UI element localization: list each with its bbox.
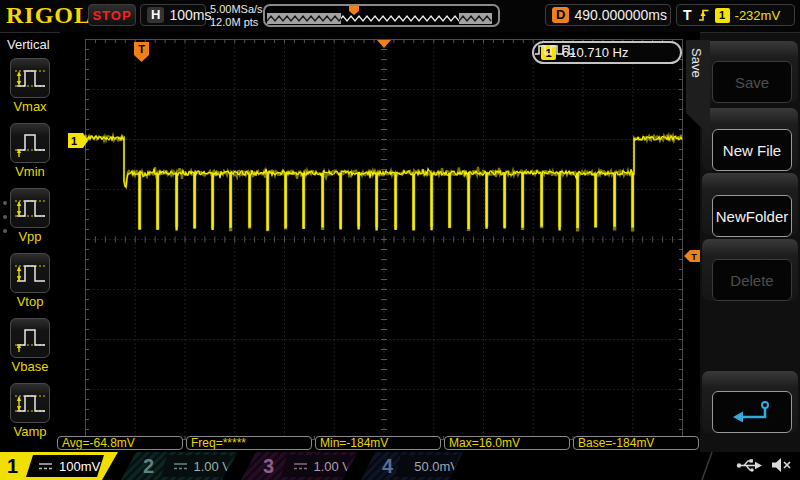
delay-value: 490.000000ms [574,7,667,23]
save-button[interactable]: Save [712,61,792,103]
speaker-muted-icon [771,457,792,473]
softkey-menu: Save New File NewFolder Delete [700,32,800,453]
trigger-label: T [683,7,692,23]
channel3-scale: 1.00 V [313,459,351,474]
sidebar-item-label: Vmin [0,164,60,179]
svg-text:T: T [691,252,697,262]
sidebar-item-label: Vtop [0,294,60,309]
measure-freq: Freq=***** [186,436,312,450]
frequency-counter: 1 610.710 Hz [532,41,682,64]
return-arrow-icon [729,399,775,425]
svg-text:1: 1 [71,135,77,147]
channel1-status[interactable]: 1 100mV [0,452,118,480]
new-file-button[interactable]: New File [712,129,792,171]
trigger-source-badge: 1 [715,8,730,23]
measurement-results-bar: Avg=-64.8mV Freq=***** Min=-184mV Max=16… [57,436,703,451]
new-folder-button[interactable]: NewFolder [712,195,792,237]
back-button[interactable] [712,391,792,433]
sample-rate: 5.00MSa/s [210,3,263,16]
menu-tab-label: Save [689,48,704,78]
top-status-bar: RIGOL STOP H 100ms 5.00MSa/s 12.0M pts D… [0,0,800,33]
sidebar-item-label: Vamp [0,424,60,439]
oscilloscope-screen: { "top_bar": { "logo": "RIGOL", "run_sta… [0,0,800,480]
dc-coupling-icon [293,461,307,471]
menu-page-dots [3,201,7,243]
measure-max: Max=16.0mV [444,436,570,450]
waveform-display-area: T 1 T 1 610.710 Hz [60,32,700,452]
channel1-offset-marker[interactable]: 1 [68,133,88,148]
memory-waveform-preview [265,6,494,25]
vtop-icon [10,253,50,293]
channel1-number: 1 [7,455,18,477]
horizontal-scale-value: 100ms [169,7,211,23]
run-state-indicator: STOP [88,4,136,26]
run-state-label: STOP [92,8,131,23]
vmax-icon [10,58,50,98]
svg-text:T: T [138,43,145,55]
memory-depth: 12.0M pts [210,16,263,29]
square-wave-icon [534,43,576,57]
channel4-status[interactable]: 4 50.0mV [361,452,463,480]
trigger-level-marker[interactable]: T [684,250,700,262]
sidebar-item-label: Vpp [0,229,60,244]
horizontal-delay-box[interactable]: D 490.000000ms [545,4,671,26]
horizontal-scale-box[interactable]: H 100ms [140,4,206,26]
dc-coupling-icon [38,461,53,471]
channel2-status[interactable]: 2 1.00 V [121,452,238,480]
memory-position-bar [263,4,500,27]
channel4-scale-box: 50.0mV [395,455,459,477]
channel4-number: 4 [382,455,393,477]
vbase-icon [10,318,50,358]
vpp-icon [10,188,50,228]
usb-icon [736,458,763,473]
sidebar-item-label: Vbase [0,359,60,374]
measure-base: Base=-184mV [573,436,699,450]
dc-coupling-icon [407,461,408,471]
delay-label: D [552,7,569,23]
channel4-scale: 50.0mV [414,459,459,474]
sidebar-item-vpp[interactable]: Vpp [0,188,60,244]
sidebar-item-vtop[interactable]: Vtop [0,253,60,309]
channel-status-bar: 1 100mV 2 1.00 V 3 [0,452,800,480]
measure-sidebar: Vertical Vmax Vmin [0,32,61,453]
dc-coupling-icon [173,461,187,471]
channel3-scale-box: 1.00 V [281,455,351,477]
sidebar-item-label: Vmax [0,99,60,114]
horizontal-center-marker [377,40,391,48]
trigger-level-value: -232mV [735,8,781,23]
vmin-icon [10,123,50,163]
channel3-number: 3 [263,455,274,477]
channel1-scale: 100mV [59,459,100,474]
delete-button[interactable]: Delete [712,259,792,301]
channel2-scale: 1.00 V [193,459,231,474]
acquisition-info: 5.00MSa/s 12.0M pts [210,3,263,29]
sidebar-item-vamp[interactable]: Vamp [0,383,60,439]
channel2-scale-box: 1.00 V [161,455,231,477]
trigger-position-marker[interactable]: T [134,42,149,62]
channel2-number: 2 [143,455,154,477]
rising-edge-icon [697,7,710,23]
marker-overlay: T 1 T [60,32,700,452]
horizontal-label: H [147,7,164,23]
sidebar-item-vmax[interactable]: Vmax [0,58,60,114]
status-icons [736,457,792,473]
divider-slant [700,452,714,480]
channel1-scale-box: 100mV [26,455,104,477]
measure-avg: Avg=-64.8mV [57,436,183,450]
channel3-status[interactable]: 3 1.00 V [241,452,358,480]
vamp-icon [10,383,50,423]
trigger-info-box[interactable]: T 1 -232mV [676,4,795,26]
rigol-logo: RIGOL [6,2,91,29]
measure-min: Min=-184mV [315,436,441,450]
sidebar-item-vmin[interactable]: Vmin [0,123,60,179]
measure-menu-title: Vertical [7,37,50,52]
sidebar-item-vbase[interactable]: Vbase [0,318,60,374]
